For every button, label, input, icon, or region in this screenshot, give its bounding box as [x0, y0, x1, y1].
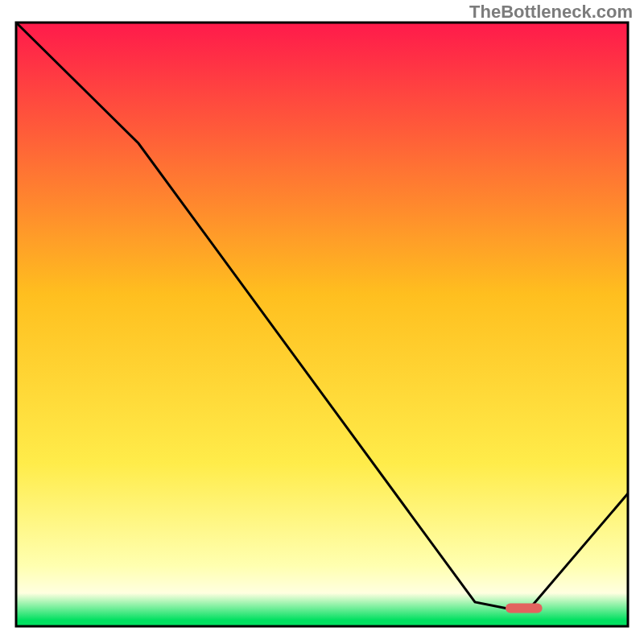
watermark-text: TheBottleneck.com — [469, 2, 633, 23]
optimal-marker — [506, 604, 543, 613]
chart-canvas — [0, 0, 644, 644]
